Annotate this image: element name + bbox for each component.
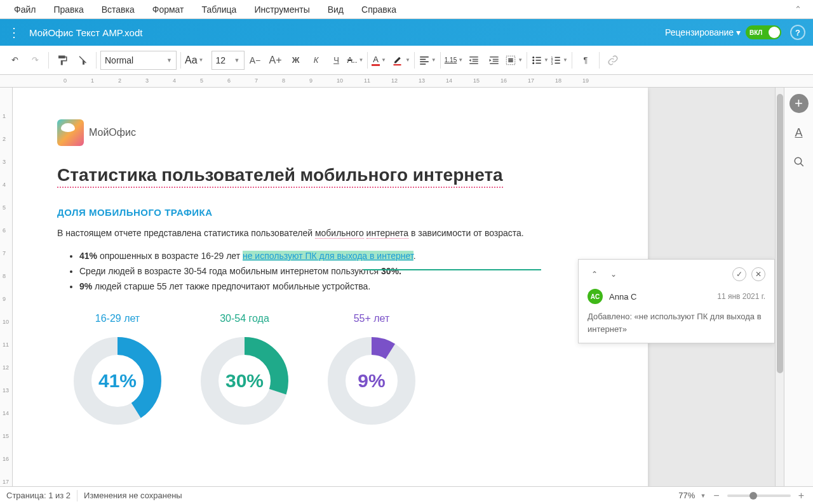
indent-decrease-button[interactable] — [464, 51, 483, 70]
menu-bar: Файл Правка Вставка Формат Таблица Инстр… — [0, 0, 813, 19]
numbered-list-button[interactable]: 123▼ — [550, 55, 568, 66]
document-title: МойОфис Текст AMP.xodt — [29, 27, 665, 38]
zoom-slider[interactable] — [727, 494, 791, 497]
document-subtitle: ДОЛЯ МОБИЛЬНОГО ТРАФИКА — [57, 207, 603, 218]
comment-next-button[interactable]: ⌄ — [607, 267, 621, 281]
font-color-button[interactable]: A▼ — [372, 55, 386, 66]
menu-insert[interactable]: Вставка — [93, 1, 144, 18]
menu-help[interactable]: Справка — [353, 1, 405, 18]
comment-connector — [363, 269, 541, 270]
page: МойОфис Статистика пользователей мобильн… — [13, 88, 648, 486]
style-combo[interactable]: Normal▼ — [100, 51, 177, 70]
donut-chart: 55+ лет 9% — [324, 313, 419, 428]
ruler-horizontal[interactable]: 012345678910111213141516171819 — [0, 75, 813, 88]
menu-view[interactable]: Вид — [319, 1, 353, 18]
title-bar: ⋮ МойОфис Текст AMP.xodt Рецензирование … — [0, 19, 813, 46]
styles-panel-button[interactable]: A — [789, 123, 809, 142]
charts-row: 16-29 лет 41% 30-54 года 30% 55+ лет 9% — [57, 313, 603, 428]
menu-file[interactable]: Файл — [5, 1, 44, 18]
comment-avatar: AC — [588, 289, 603, 304]
add-comment-button[interactable]: + — [789, 94, 809, 113]
font-size-combo[interactable]: 12▼ — [212, 51, 245, 70]
comment-reject-button[interactable]: ✕ — [751, 267, 765, 281]
document-paragraph: В настоящем отчете представлена статисти… — [57, 227, 603, 240]
comment-panel: ⌃ ⌄ ✓ ✕ AC Anna C 11 янв 2021 г. Добавле… — [578, 259, 775, 343]
bold-button[interactable]: Ж — [286, 51, 306, 70]
clear-format-button[interactable] — [73, 51, 92, 70]
comment-prev-button[interactable]: ⌃ — [588, 267, 601, 281]
donut-chart: 30-54 года 30% — [197, 313, 292, 428]
toolbar: ↶ ↷ Normal▼ Aa▼ 12▼ A− A+ Ж К Ч A..▼ A▼ … — [0, 46, 813, 75]
highlight-color-button[interactable]: ▼ — [393, 55, 410, 66]
chart-label: 16-29 лет — [70, 313, 165, 324]
search-button[interactable] — [789, 152, 809, 171]
help-button[interactable]: ? — [790, 25, 805, 40]
comment-date: 11 янв 2021 г. — [717, 292, 765, 301]
pilcrow-button[interactable]: ¶ — [576, 51, 595, 70]
review-dropdown[interactable]: Рецензирование ▾ — [665, 27, 741, 37]
comment-text: Добавлено: «не используют ПК для выхода … — [588, 310, 765, 335]
vertical-scrollbar[interactable] — [775, 88, 784, 486]
font-family-combo[interactable]: Aa▼ — [185, 55, 204, 66]
align-button[interactable]: ▼ — [419, 55, 436, 66]
bullet-list-button[interactable]: ▼ — [531, 55, 549, 66]
paragraph-spacing-button[interactable]: ▼ — [505, 55, 523, 66]
document-canvas[interactable]: МойОфис Статистика пользователей мобильн… — [13, 88, 775, 486]
format-paint-button[interactable] — [53, 51, 72, 70]
tracked-change-highlight[interactable]: не используют ПК для выхода в интернет — [243, 251, 413, 261]
chart-label: 30-54 года — [197, 313, 292, 324]
menu-edit[interactable]: Правка — [44, 1, 92, 18]
collapse-ribbon-icon[interactable]: ⌃ — [788, 1, 808, 18]
menu-format[interactable]: Формат — [144, 1, 193, 18]
save-status: Изменения не сохранены — [84, 491, 182, 500]
list-item: 9% людей старше 55 лет также предпочитаю… — [79, 279, 603, 295]
chart-value: 41% — [98, 370, 137, 392]
status-bar: Страница: 1 из 2 Изменения не сохранены … — [0, 486, 813, 504]
brand-logo-icon — [57, 119, 84, 146]
bullet-list: 41% опрошенных в возрасте 16-29 лет не и… — [79, 249, 603, 294]
decrease-font-button[interactable]: A− — [246, 51, 265, 70]
line-spacing-button[interactable]: 1.15▼ — [445, 56, 463, 63]
ruler-vertical[interactable]: 1234567891011121314151617 — [0, 88, 13, 486]
page-info: Страница: 1 из 2 — [6, 491, 71, 500]
comment-accept-button[interactable]: ✓ — [732, 267, 746, 281]
app-menu-icon[interactable]: ⋮ — [8, 25, 20, 40]
comment-author: Anna C — [609, 292, 711, 302]
link-button[interactable] — [603, 51, 622, 70]
list-item: 41% опрошенных в возрасте 16-29 лет не и… — [79, 249, 603, 264]
right-sidebar: + A — [784, 88, 813, 486]
zoom-in-button[interactable]: + — [796, 490, 807, 501]
donut-chart: 16-29 лет 41% — [70, 313, 165, 428]
svg-point-14 — [795, 157, 802, 164]
more-format-button[interactable]: A..▼ — [347, 55, 364, 65]
svg-rect-0 — [393, 64, 401, 65]
review-toggle[interactable]: ВКЛ — [746, 25, 781, 39]
brand-name: МойОфис — [89, 127, 136, 138]
menu-table[interactable]: Таблица — [193, 1, 246, 18]
italic-button[interactable]: К — [307, 51, 326, 70]
chart-value: 30% — [225, 370, 264, 392]
menu-tools[interactable]: Инструменты — [245, 1, 318, 18]
list-item: Среди людей в возрасте 30-54 года мобиль… — [79, 264, 603, 279]
redo-button[interactable]: ↷ — [25, 51, 44, 70]
svg-point-4 — [532, 62, 534, 64]
zoom-out-button[interactable]: − — [711, 490, 722, 501]
indent-increase-button[interactable] — [485, 51, 504, 70]
underline-button[interactable]: Ч — [327, 51, 346, 70]
increase-font-button[interactable]: A+ — [266, 51, 285, 70]
undo-button[interactable]: ↶ — [5, 51, 24, 70]
svg-point-2 — [532, 56, 534, 58]
svg-text:3: 3 — [551, 61, 553, 65]
svg-point-3 — [532, 59, 534, 61]
document-heading: Статистика пользователей мобильного инте… — [57, 165, 503, 188]
chart-value: 9% — [358, 370, 385, 392]
zoom-value[interactable]: 77% — [678, 491, 695, 500]
chart-label: 55+ лет — [324, 313, 419, 324]
